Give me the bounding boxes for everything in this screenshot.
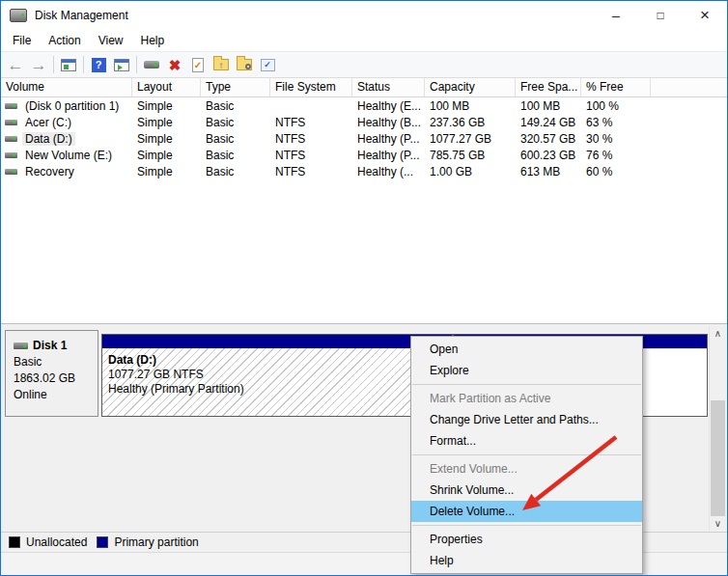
menu-help[interactable]: Help bbox=[132, 30, 174, 51]
menu-item-help[interactable]: Help bbox=[411, 550, 642, 571]
forward-button[interactable]: → bbox=[27, 54, 50, 75]
scrollbar-thumb[interactable] bbox=[711, 400, 725, 516]
cell-free: 613 MB bbox=[516, 165, 581, 178]
cell-fs: NTFS bbox=[270, 116, 352, 129]
cell-free: 149.24 GB bbox=[516, 116, 581, 129]
column-header-layout[interactable]: Layout bbox=[132, 78, 201, 96]
cell-free: 320.57 GB bbox=[516, 132, 581, 146]
scroll-up-icon[interactable]: ∧ bbox=[710, 326, 726, 341]
console-tree-icon bbox=[61, 59, 76, 71]
cell-pct-free: 63 % bbox=[581, 116, 651, 129]
app-disk-icon bbox=[10, 9, 27, 22]
minimize-button[interactable]: – bbox=[594, 1, 638, 30]
menu-item-shrink-volume[interactable]: Shrink Volume... bbox=[411, 480, 642, 501]
scroll-down-icon[interactable]: ∨ bbox=[710, 516, 726, 531]
cell-type: Basic bbox=[201, 149, 270, 162]
folder-search-button[interactable] bbox=[233, 54, 256, 75]
back-button[interactable]: ← bbox=[4, 54, 27, 75]
action-pane-button[interactable] bbox=[110, 54, 133, 75]
action-pane-icon bbox=[114, 59, 129, 71]
column-header-type[interactable]: Type bbox=[201, 78, 270, 96]
cell-layout: Simple bbox=[132, 116, 201, 129]
menu-item-extend-volume: Extend Volume... bbox=[411, 458, 642, 480]
column-header-volume[interactable]: Volume bbox=[1, 78, 132, 96]
device-icon bbox=[144, 61, 159, 69]
volume-name: Acer (C:) bbox=[22, 116, 74, 129]
console-tree-button[interactable] bbox=[57, 54, 80, 75]
column-header-pct-free[interactable]: % Free bbox=[581, 78, 651, 96]
menu-item-explore[interactable]: Explore bbox=[411, 360, 642, 381]
close-button[interactable]: × bbox=[683, 1, 727, 30]
forward-icon: → bbox=[31, 57, 47, 73]
column-header-free-space[interactable]: Free Spa... bbox=[516, 78, 581, 96]
cell-pct-free: 100 % bbox=[581, 99, 651, 113]
column-header-capacity[interactable]: Capacity bbox=[425, 78, 516, 96]
vertical-scrollbar[interactable]: ∧ ∨ bbox=[709, 326, 726, 531]
disk-type: Basic bbox=[14, 354, 98, 370]
window-controls: – □ × bbox=[594, 1, 727, 30]
toolbar-separator bbox=[136, 56, 137, 73]
cell-type: Basic bbox=[201, 99, 270, 113]
volume-row[interactable]: New Volume (E:) Simple Basic NTFS Health… bbox=[1, 147, 727, 163]
primary-partition-swatch bbox=[97, 536, 108, 548]
volume-row[interactable]: (Disk 0 partition 1) Simple Basic Health… bbox=[1, 97, 727, 114]
menu-view[interactable]: View bbox=[90, 30, 132, 51]
menu-action[interactable]: Action bbox=[40, 30, 89, 51]
toolbar-separator bbox=[83, 56, 84, 73]
delete-button[interactable]: ✖ bbox=[163, 54, 186, 75]
toolbar-separator bbox=[53, 56, 54, 73]
menu-bar: File Action View Help bbox=[1, 30, 727, 51]
disk-name: Disk 1 bbox=[33, 338, 67, 354]
legend-unallocated-label: Unallocated bbox=[26, 535, 87, 549]
help-icon: ? bbox=[92, 58, 106, 72]
cell-layout: Simple bbox=[132, 149, 201, 162]
partition-status: Healthy (Primary Partition) bbox=[108, 382, 244, 397]
folder-up-button[interactable]: ↑ bbox=[210, 54, 233, 75]
cell-capacity: 785.75 GB bbox=[425, 149, 516, 162]
cell-status: Healthy (B... bbox=[352, 116, 425, 129]
disk-header-panel[interactable]: Disk 1 Basic 1863.02 GB Online bbox=[5, 330, 98, 417]
menu-separator bbox=[412, 454, 641, 455]
volume-name: New Volume (E:) bbox=[22, 149, 115, 162]
properties-list-button[interactable]: ✓ bbox=[256, 54, 279, 75]
device-button[interactable] bbox=[140, 54, 163, 75]
menu-separator bbox=[412, 525, 641, 526]
volume-name: (Disk 0 partition 1) bbox=[22, 99, 122, 113]
volume-row[interactable]: Recovery Simple Basic NTFS Healthy (... … bbox=[1, 163, 727, 179]
cell-status: Healthy (P... bbox=[352, 132, 425, 146]
menu-separator bbox=[412, 384, 641, 385]
volume-disk-icon bbox=[5, 120, 17, 125]
menu-item-mark-partition-active: Mark Partition as Active bbox=[411, 388, 642, 409]
disk-size: 1863.02 GB bbox=[14, 370, 98, 387]
partition-data-d[interactable]: Data (D:) 1077.27 GB NTFS Healthy (Prima… bbox=[101, 334, 453, 417]
delete-icon: ✖ bbox=[169, 58, 182, 72]
volume-disk-icon bbox=[5, 103, 17, 109]
cell-capacity: 237.36 GB bbox=[425, 116, 516, 129]
menu-item-open[interactable]: Open bbox=[411, 339, 642, 360]
volume-row-selected[interactable]: Data (D:) Simple Basic NTFS Healthy (P..… bbox=[1, 130, 727, 147]
menu-item-change-drive-letter[interactable]: Change Drive Letter and Paths... bbox=[411, 409, 642, 430]
menu-item-properties[interactable]: Properties bbox=[411, 529, 642, 550]
menu-file[interactable]: File bbox=[4, 30, 40, 51]
maximize-button[interactable]: □ bbox=[638, 1, 683, 30]
volume-row[interactable]: Acer (C:) Simple Basic NTFS Healthy (B..… bbox=[1, 114, 727, 130]
list-header: Volume Layout Type File System Status Ca… bbox=[1, 78, 727, 97]
cell-type: Basic bbox=[201, 116, 270, 129]
back-icon: ← bbox=[8, 57, 24, 73]
disk-icon bbox=[14, 343, 28, 349]
menu-item-delete-volume[interactable]: Delete Volume... bbox=[411, 501, 642, 522]
cell-fs: NTFS bbox=[270, 132, 352, 146]
cell-status: Healthy (P... bbox=[352, 149, 425, 162]
cell-pct-free: 60 % bbox=[581, 165, 651, 178]
folder-up-icon: ↑ bbox=[213, 59, 229, 70]
volume-list-pane: Volume Layout Type File System Status Ca… bbox=[1, 78, 727, 323]
help-button[interactable]: ? bbox=[87, 54, 110, 75]
column-header-file-system[interactable]: File System bbox=[270, 78, 352, 96]
volume-disk-icon bbox=[5, 136, 17, 142]
column-header-status[interactable]: Status bbox=[352, 78, 425, 96]
menu-item-format[interactable]: Format... bbox=[411, 430, 642, 452]
volume-name: Data (D:) bbox=[22, 132, 75, 146]
title-bar: Disk Management – □ × bbox=[1, 1, 727, 30]
toolbar: ← → ? ✖ ✓ ↑ ✓ bbox=[1, 51, 727, 78]
check-document-button[interactable]: ✓ bbox=[186, 54, 210, 75]
